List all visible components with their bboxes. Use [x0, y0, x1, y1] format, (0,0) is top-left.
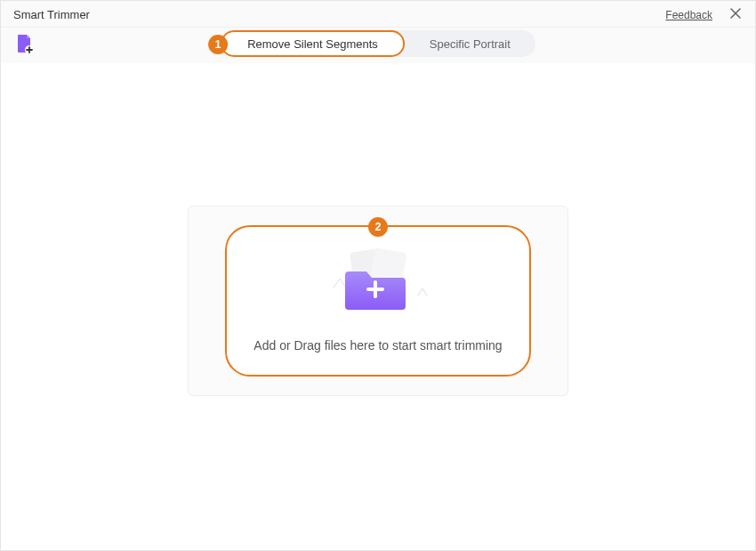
app-window: Smart Trimmer Feedback 1 Remove Silent S…	[0, 0, 756, 551]
feedback-link[interactable]: Feedback	[665, 9, 712, 21]
tab-label: Remove Silent Segments	[247, 37, 378, 51]
toolbar: 1 Remove Silent Segments Specific Portra…	[1, 28, 755, 63]
add-file-icon[interactable]	[13, 33, 35, 54]
callout-badge-1: 1	[208, 35, 228, 54]
file-drop-zone[interactable]: 2	[225, 225, 531, 377]
titlebar-right: Feedback	[665, 6, 746, 23]
main-area: 2	[1, 63, 755, 550]
tab-label: Specific Portrait	[430, 37, 511, 51]
tab-remove-silent-segments[interactable]: 1 Remove Silent Segments	[221, 30, 405, 57]
folder-add-icon	[320, 249, 436, 320]
drop-instruction-text: Add or Drag files here to start smart tr…	[253, 338, 502, 352]
window-title: Smart Trimmer	[13, 8, 90, 21]
tabs: 1 Remove Silent Segments Specific Portra…	[221, 30, 535, 57]
tab-specific-portrait[interactable]: Specific Portrait	[405, 30, 535, 57]
close-icon[interactable]	[725, 6, 746, 23]
callout-badge-2: 2	[368, 217, 388, 237]
titlebar: Smart Trimmer Feedback	[1, 1, 755, 28]
drop-panel: 2	[188, 206, 568, 396]
